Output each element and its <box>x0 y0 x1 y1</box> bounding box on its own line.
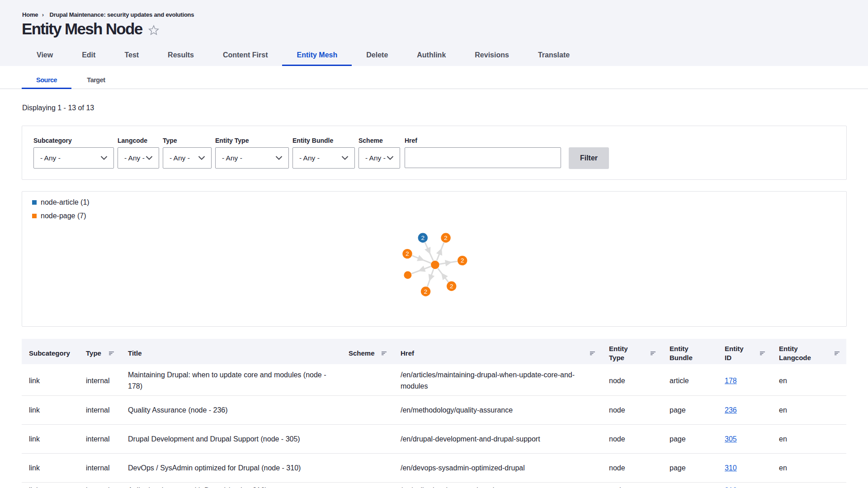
svg-text:2: 2 <box>450 283 453 290</box>
svg-text:2: 2 <box>444 235 448 241</box>
svg-text:2: 2 <box>461 257 464 264</box>
svg-text:2: 2 <box>421 235 425 241</box>
svg-text:2: 2 <box>424 288 428 295</box>
svg-text:2: 2 <box>406 250 409 257</box>
